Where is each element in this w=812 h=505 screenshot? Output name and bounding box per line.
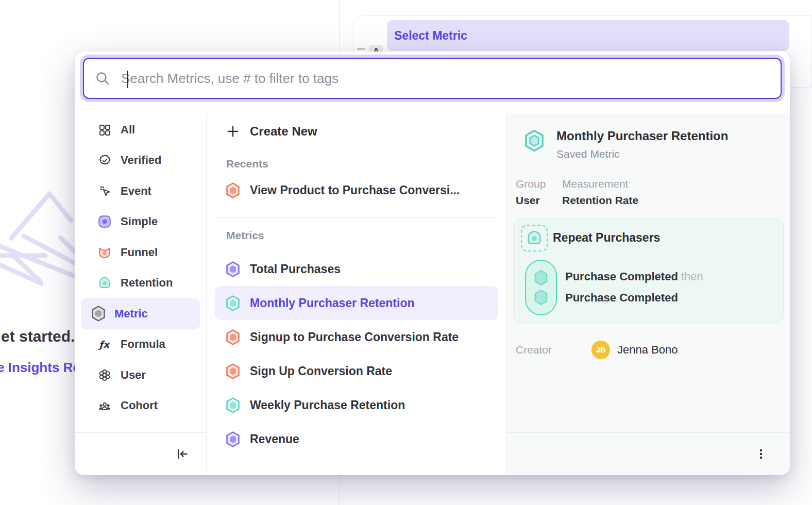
background-insights-link-fragment[interactable]: e Insights Re	[0, 360, 80, 376]
metric-row[interactable]: Revenue	[215, 422, 498, 456]
metric-hexagon-icon	[92, 307, 105, 321]
formula-fx-icon: ƒx	[98, 338, 111, 351]
sidebar-item-user[interactable]: User	[81, 360, 200, 391]
sidebar-item-retention[interactable]: Retention	[81, 268, 200, 299]
metric-name: Total Purchases	[250, 262, 341, 276]
user-flower-icon	[98, 368, 111, 382]
creator-name: Jenna Bono	[617, 343, 678, 357]
metrics-section-label: Metrics	[226, 229, 506, 242]
sidebar-item-all[interactable]: All	[81, 114, 200, 145]
cohort-people-icon	[98, 399, 111, 412]
metric-row-selected[interactable]: Monthly Purchaser Retention	[215, 286, 498, 320]
sidebar-item-cohort[interactable]: Cohort	[81, 391, 200, 422]
detail-subtitle: Saved Metric	[556, 148, 728, 160]
metric-name: Revenue	[250, 432, 299, 446]
sidebar-item-verified[interactable]: Verified	[81, 145, 200, 176]
detail-footer	[507, 432, 790, 475]
event-hexagon-icon	[533, 270, 549, 286]
sidebar-item-simple[interactable]: Simple	[81, 207, 200, 238]
sidebar-item-formula[interactable]: ƒx Formula	[81, 329, 200, 360]
sidebar-footer	[75, 432, 206, 475]
collapse-sidebar-button[interactable]	[173, 445, 192, 463]
create-new-button[interactable]: Create New	[207, 116, 506, 146]
event-metric-icon	[225, 261, 241, 278]
category-sidebar: All Verified	[75, 113, 207, 475]
funnel-icon	[98, 246, 111, 259]
select-metric-button[interactable]: Select Metric	[387, 20, 789, 51]
metric-name: Sign Up Conversion Rate	[250, 364, 392, 378]
creator-row: Creator JB Jenna Bono	[507, 323, 790, 359]
sidebar-item-label: Verified	[121, 154, 161, 167]
event-sequence-capsule	[525, 260, 557, 315]
retention-metric-icon	[225, 397, 241, 414]
metric-name: Monthly Purchaser Retention	[250, 296, 414, 310]
metric-picker-modal: All Verified	[75, 52, 790, 475]
more-options-button[interactable]	[752, 445, 770, 463]
event-cursor-icon	[98, 184, 111, 198]
background-headline-fragment: et started.	[1, 328, 75, 345]
funnel-metric-icon	[225, 329, 241, 346]
sidebar-item-label: Event	[121, 184, 151, 198]
grid-all-icon	[98, 123, 111, 137]
measurement-label: Measurement	[562, 178, 790, 190]
saved-metric-icon	[523, 129, 545, 153]
search-field[interactable]	[83, 58, 782, 99]
text-cursor	[127, 71, 128, 88]
recents-section-label: Recents	[226, 158, 506, 170]
metric-row[interactable]: Weekly Purchase Retention	[215, 388, 498, 422]
metric-detail-panel: Monthly Purchaser Retention Saved Metric…	[506, 113, 790, 475]
collapse-left-icon	[176, 447, 189, 461]
metric-row[interactable]: Signup to Purchase Conversion Rate	[215, 320, 498, 354]
svg-text:ƒx: ƒx	[98, 339, 110, 350]
definition-step-2: Purchase Completed	[565, 291, 678, 305]
detail-title: Monthly Purchaser Retention	[556, 129, 728, 144]
retention-metric-icon	[225, 295, 241, 312]
metric-row[interactable]: Sign Up Conversion Rate	[215, 354, 498, 388]
metric-meta: Group Measurement User Retention Rate	[507, 160, 790, 207]
create-new-label: Create New	[250, 124, 317, 139]
search-focus-ring	[80, 55, 785, 102]
simple-block-icon	[98, 215, 111, 228]
creator-label: Creator	[516, 344, 591, 356]
verified-seal-icon	[98, 154, 111, 167]
retention-arch-icon	[526, 230, 543, 246]
metric-list-column: Create New Recents View Product to Purch…	[207, 113, 506, 475]
sidebar-item-label: Formula	[121, 338, 165, 351]
sidebar-item-label: Cohort	[121, 399, 158, 412]
group-value: User	[516, 194, 562, 207]
event-hexagon-icon	[533, 289, 549, 306]
kebab-menu-icon	[755, 448, 767, 460]
metric-name: Weekly Purchase Retention	[250, 398, 405, 412]
metric-row[interactable]: Total Purchases	[215, 252, 498, 286]
definition-name: Repeat Purchasers	[553, 231, 660, 245]
metric-definition-card: Repeat Purchasers Purchase Completed the…	[513, 218, 784, 323]
group-label: Group	[516, 178, 562, 190]
then-connector: then	[681, 270, 703, 283]
sidebar-item-label: Metric	[114, 307, 148, 321]
measurement-value: Retention Rate	[562, 194, 790, 207]
funnel-metric-icon	[225, 363, 241, 380]
metric-name: Signup to Purchase Conversion Rate	[250, 330, 459, 344]
sidebar-item-metric[interactable]: Metric	[81, 298, 200, 329]
sidebar-item-label: Retention	[121, 276, 173, 290]
recent-metric-name: View Product to Purchase Conversi...	[250, 183, 460, 197]
plus-icon	[226, 125, 240, 138]
definition-step-1: Purchase Completed then	[565, 270, 703, 283]
sidebar-item-event[interactable]: Event	[81, 176, 200, 207]
search-icon	[95, 71, 110, 86]
funnel-metric-icon	[225, 182, 241, 199]
search-input[interactable]	[121, 71, 781, 87]
event-metric-icon	[225, 431, 241, 448]
sidebar-item-label: Simple	[121, 215, 158, 228]
retention-arch-icon	[98, 276, 111, 290]
cohort-definition-icon-box	[521, 225, 548, 251]
creator-avatar: JB	[591, 341, 610, 359]
list-divider	[216, 217, 497, 218]
sidebar-item-label: User	[121, 368, 146, 382]
sidebar-item-label: All	[121, 123, 135, 137]
sidebar-item-label: Funnel	[121, 246, 158, 259]
recent-metric-row[interactable]: View Product to Purchase Conversi...	[215, 173, 498, 207]
sidebar-item-funnel[interactable]: Funnel	[81, 237, 200, 268]
